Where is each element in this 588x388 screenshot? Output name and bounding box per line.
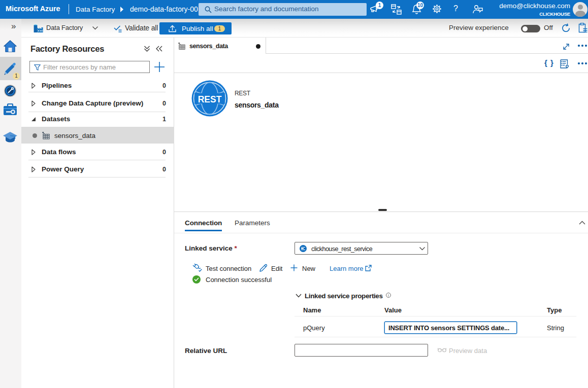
svg-text:REST: REST bbox=[198, 94, 222, 104]
